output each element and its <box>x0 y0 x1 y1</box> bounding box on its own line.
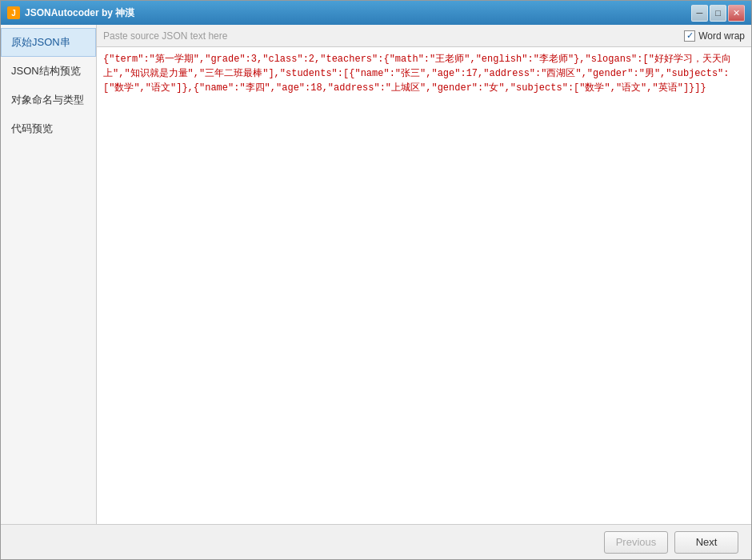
window-controls: ─ □ ✕ <box>691 5 745 22</box>
next-button[interactable]: Next <box>674 531 738 554</box>
sidebar-item-object-naming[interactable]: 对象命名与类型 <box>1 86 96 114</box>
toolbar: Paste source JSON text here Word wrap <box>97 25 751 47</box>
restore-button[interactable]: □ <box>710 5 726 22</box>
minimize-button[interactable]: ─ <box>691 5 708 22</box>
app-window: J JSONAutocoder by 神漠 ─ □ ✕ 原始JSON串 JSON… <box>0 0 752 560</box>
word-wrap-label: Word wrap <box>698 30 745 42</box>
json-editor[interactable] <box>97 47 751 524</box>
right-panel: Paste source JSON text here Word wrap <box>97 25 751 524</box>
close-button[interactable]: ✕ <box>728 5 745 22</box>
window-title: JSONAutocoder by 神漠 <box>25 6 691 20</box>
sidebar-item-json-structure[interactable]: JSON结构预览 <box>1 57 96 86</box>
word-wrap-control[interactable]: Word wrap <box>684 30 745 42</box>
main-content: 原始JSON串 JSON结构预览 对象命名与类型 代码预览 Paste sour… <box>1 25 751 524</box>
title-bar: J JSONAutocoder by 神漠 ─ □ ✕ <box>1 1 751 25</box>
sidebar: 原始JSON串 JSON结构预览 对象命名与类型 代码预览 <box>1 25 97 524</box>
sidebar-item-code-preview[interactable]: 代码预览 <box>1 114 96 143</box>
bottom-bar: Previous Next <box>1 524 751 559</box>
app-icon: J <box>7 6 20 19</box>
editor-placeholder: Paste source JSON text here <box>103 30 678 42</box>
previous-button[interactable]: Previous <box>604 531 668 554</box>
word-wrap-checkbox[interactable] <box>684 30 695 42</box>
sidebar-item-raw-json[interactable]: 原始JSON串 <box>1 28 96 57</box>
